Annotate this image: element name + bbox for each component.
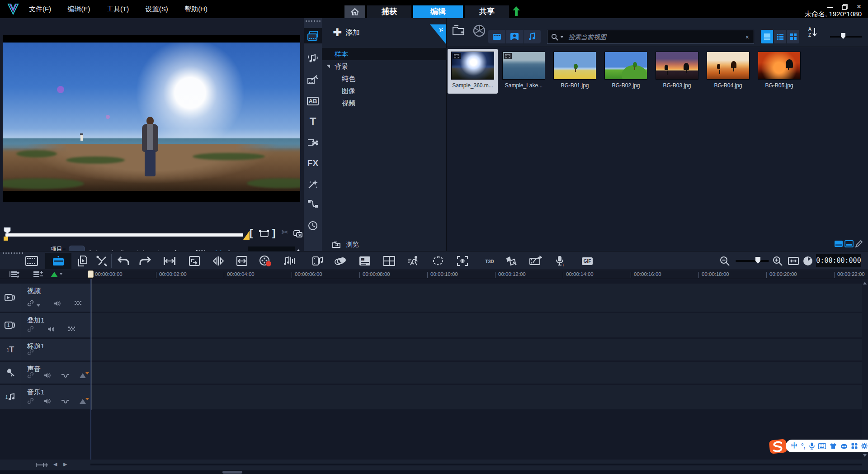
track-lane-overlay[interactable]	[91, 313, 862, 337]
mask-creator-button[interactable]	[505, 255, 518, 267]
timeline-zoom-in-icon[interactable]	[771, 255, 784, 267]
hscroll-thumb[interactable]	[222, 471, 242, 474]
library-panel-toggle-icon[interactable]	[834, 240, 843, 248]
nav-filter-fx[interactable]: FX	[304, 156, 322, 171]
timeline-zoom-slider-thumb[interactable]	[755, 257, 760, 264]
view-thumbnail-title-button[interactable]	[761, 30, 773, 43]
subtitle-editor-button[interactable]: T	[358, 255, 372, 267]
storyboard-view-button[interactable]	[25, 255, 38, 267]
nav-transition[interactable]: AB	[304, 93, 322, 109]
track-manager-icon[interactable]	[9, 270, 20, 278]
ime-mic-icon[interactable]	[809, 442, 815, 450]
tools-button[interactable]	[95, 255, 108, 267]
import-media-folder-icon[interactable]	[452, 24, 466, 36]
track-header-music[interactable]: 1 音乐1	[0, 385, 90, 409]
options-panel-toggle-icon[interactable]	[844, 240, 854, 248]
add-remove-track-icon[interactable]	[33, 270, 43, 278]
menu-edit[interactable]: 编辑(E)	[61, 0, 98, 18]
nav-media-library[interactable]	[304, 28, 322, 43]
search-clear-icon[interactable]: ×	[741, 33, 754, 41]
upload-arrow-icon[interactable]	[512, 5, 521, 17]
sogou-logo-icon[interactable]	[769, 439, 788, 454]
mark-range-icon[interactable]	[259, 230, 269, 238]
library-item-bgb01[interactable]: BG-B01.jpg	[550, 49, 600, 94]
mute-track-icon[interactable]	[54, 300, 61, 308]
track-header-title[interactable]: 1T 标题1	[0, 339, 90, 360]
redo-button[interactable]	[138, 255, 152, 267]
search-input[interactable]	[568, 33, 741, 41]
link-icon[interactable]	[27, 398, 34, 406]
batch-convert-button[interactable]	[334, 255, 347, 267]
ime-settings-icon[interactable]	[861, 443, 868, 449]
view-grid-button[interactable]	[787, 30, 799, 43]
tree-item-sample[interactable]: 样本	[322, 48, 447, 60]
tree-item-image[interactable]: 图像	[322, 85, 447, 97]
vertical-scrollbar[interactable]	[862, 279, 868, 460]
filter-photo-button[interactable]	[506, 30, 523, 43]
timeline-grip[interactable]	[3, 252, 23, 254]
sound-mixer-button[interactable]	[283, 255, 296, 267]
timeline-hscrollbar[interactable]	[90, 464, 862, 465]
scroll-right-button[interactable]: ▶	[63, 461, 67, 467]
ime-keyboard-icon[interactable]	[818, 443, 826, 449]
split-clip-button[interactable]	[212, 255, 225, 267]
fit-timeline-button[interactable]	[787, 255, 800, 267]
sort-az-icon[interactable]: A Z	[807, 26, 818, 38]
thumbnail-size-slider[interactable]	[830, 36, 862, 38]
pan-zoom-button[interactable]	[456, 255, 469, 267]
undo-button[interactable]	[117, 255, 130, 267]
track-lane-music[interactable]	[91, 385, 862, 409]
fade-icon[interactable]	[79, 398, 86, 406]
menu-file[interactable]: 文件(F)	[22, 0, 58, 18]
ime-skin-icon[interactable]	[830, 443, 837, 449]
library-item-bgb05[interactable]: BG-B05.jpg	[754, 49, 804, 94]
ducking-icon[interactable]	[61, 398, 69, 406]
menu-help[interactable]: 帮助(H)	[177, 0, 215, 18]
scroll-down-icon[interactable]	[863, 454, 867, 457]
nav-magic-filter[interactable]	[304, 176, 322, 192]
gif-creator-button[interactable]: GIF	[579, 255, 596, 267]
ripple-caret-icon[interactable]	[59, 273, 63, 275]
link-icon[interactable]	[27, 300, 40, 308]
ripple-edit-button[interactable]	[188, 255, 201, 267]
nav-motion-path[interactable]	[304, 196, 322, 212]
project-duration-clock-icon[interactable]	[801, 255, 815, 267]
nav-overlay-graphics[interactable]	[304, 135, 322, 150]
link-icon[interactable]	[27, 349, 34, 357]
view-list-button[interactable]	[774, 30, 786, 43]
3d-title-button[interactable]: T3D	[480, 255, 499, 267]
custom-motion-button[interactable]	[431, 255, 445, 267]
browse-button[interactable]: 浏览	[322, 238, 447, 251]
nav-title[interactable]: T	[304, 114, 322, 129]
track-lane-title[interactable]	[91, 339, 862, 360]
ducking-icon[interactable]	[61, 372, 69, 380]
add-category-row[interactable]: ✚ 添加	[322, 18, 447, 47]
filter-video-button[interactable]	[488, 30, 505, 43]
scrubber-bar[interactable]	[5, 233, 243, 237]
ime-mode-chinese[interactable]: 中	[791, 442, 797, 450]
timeline-view-button[interactable]	[45, 253, 71, 269]
nav-instant-project[interactable]	[304, 72, 322, 88]
mute-track-icon[interactable]	[47, 326, 55, 334]
tab-home[interactable]	[344, 5, 365, 18]
tab-capture[interactable]: 捕获	[367, 5, 411, 18]
mute-track-icon[interactable]	[44, 398, 51, 406]
ime-toolbox-icon[interactable]	[851, 443, 858, 449]
scroll-left-button[interactable]: ◀	[53, 461, 57, 467]
mark-out-button[interactable]: ]	[272, 227, 275, 239]
tab-share[interactable]: 共享	[465, 5, 509, 18]
filter-audio-button[interactable]	[524, 30, 541, 43]
timeline-playhead[interactable]	[88, 270, 94, 278]
timeline-zoom-slider[interactable]	[736, 260, 769, 262]
scrubber-playhead[interactable]	[4, 227, 11, 234]
track-header-voice[interactable]: 声音	[0, 362, 90, 384]
track-header-overlay[interactable]: 1 叠加1	[0, 313, 90, 337]
time-remapping-button[interactable]	[529, 255, 542, 267]
library-item-samplelake[interactable]: Sample_Lake...	[499, 49, 549, 94]
mute-track-icon[interactable]	[44, 372, 51, 380]
auto-music-button[interactable]	[311, 255, 325, 267]
nav-audio[interactable]	[304, 51, 322, 66]
link-icon[interactable]	[27, 326, 34, 334]
expand-caret-icon[interactable]	[326, 65, 330, 68]
search-icon[interactable]	[551, 33, 558, 41]
